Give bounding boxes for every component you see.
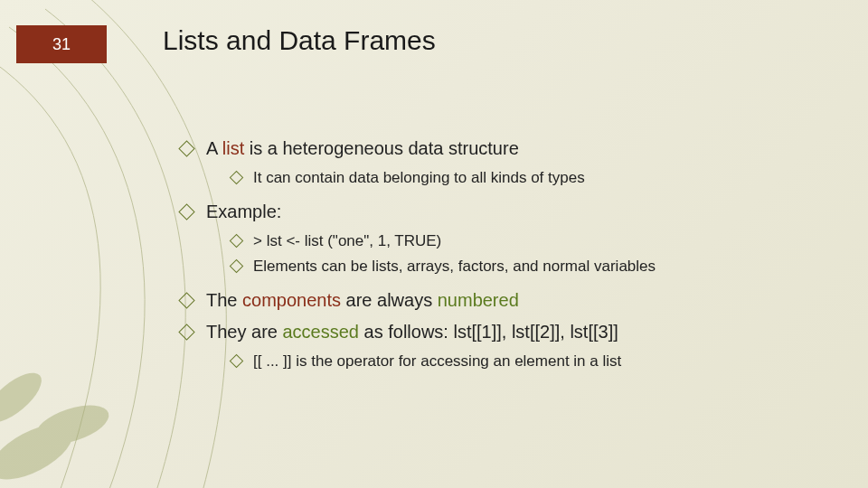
slide-title: Lists and Data Frames bbox=[163, 25, 436, 56]
svg-point-2 bbox=[0, 364, 49, 430]
highlight-numbered: numbered bbox=[438, 290, 519, 310]
bullet-1-sub-1: It can contain data belonging to all kin… bbox=[231, 167, 841, 190]
highlight-list: list bbox=[222, 138, 244, 158]
bullet-4: They are accessed as follows: lst[[1]], … bbox=[181, 319, 841, 373]
bullet-2-sub-2: Elements can be lists, arrays, factors, … bbox=[231, 256, 841, 278]
highlight-accessed: accessed bbox=[282, 322, 359, 342]
bullet-1: A list is a heterogeneous data structure… bbox=[181, 136, 841, 190]
bullet-2-sub-1: > lst <- list ("one", 1, TRUE) bbox=[231, 230, 841, 253]
bullet-3: The components are always numbered bbox=[181, 287, 841, 314]
bullet-4-sub-1: [[ ... ]] is the operator for accessing … bbox=[231, 351, 841, 373]
bullet-2: Example: > lst <- list ("one", 1, TRUE) … bbox=[181, 199, 841, 278]
svg-point-1 bbox=[31, 398, 113, 452]
slide-content: A list is a heterogeneous data structure… bbox=[181, 136, 841, 382]
svg-point-0 bbox=[0, 413, 80, 488]
page-number: 31 bbox=[52, 35, 71, 54]
page-number-badge: 31 bbox=[16, 25, 107, 63]
highlight-components: components bbox=[242, 290, 341, 310]
